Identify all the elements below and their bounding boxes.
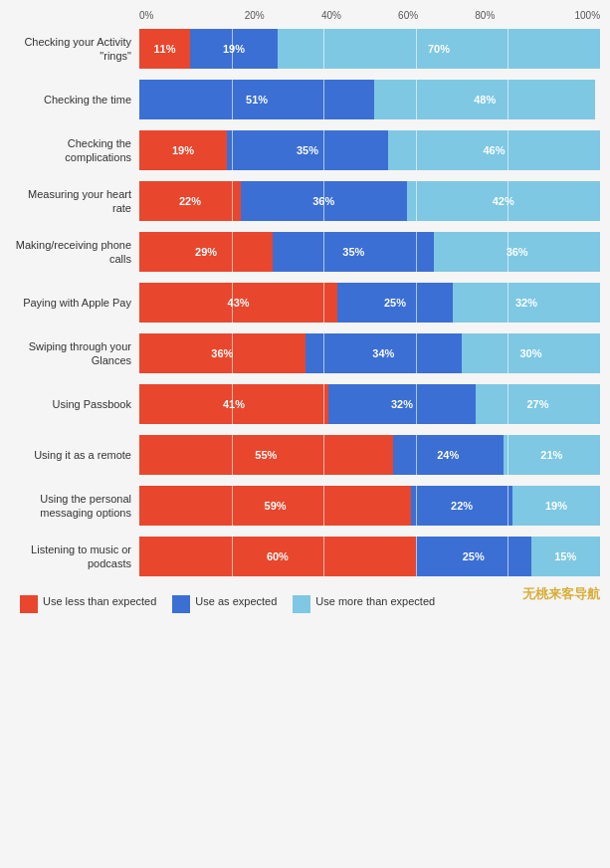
legend-label-red: Use less than expected — [43, 594, 156, 608]
bar-segment-blue: 32% — [328, 384, 476, 424]
bar-segment-blue: 36% — [241, 181, 407, 221]
legend-swatch-light — [293, 595, 310, 613]
bar-row: Using Passbook41%32%27% — [10, 380, 600, 428]
bar-wrapper: 19%35%46% — [139, 130, 600, 170]
row-label: Checking your Activity "rings" — [10, 35, 139, 64]
bar-segment-light: 48% — [374, 80, 595, 119]
bar-wrapper: 60%25%15% — [139, 537, 600, 576]
bar-segment-red: 41% — [139, 384, 328, 424]
legend-label-blue: Use as expected — [195, 594, 277, 608]
bar-wrapper: 55%24%21% — [139, 435, 600, 475]
axis-label-100: 100% — [523, 10, 600, 21]
bar-segment-red: 29% — [139, 232, 273, 272]
bar-segment-light: 32% — [453, 283, 600, 323]
bar-segment-light: 15% — [531, 537, 600, 576]
bar-wrapper: 41%32%27% — [139, 384, 600, 424]
axis-label-60: 60% — [370, 10, 447, 21]
bar-row: Using the personal messaging options59%2… — [10, 482, 600, 530]
bar-segment-light: 19% — [512, 486, 600, 526]
legend-item-light: Use more than expected — [293, 594, 435, 613]
bar-segment-red: 19% — [139, 130, 227, 170]
bar-segment-blue: 51% — [139, 80, 374, 119]
bar-wrapper: 59%22%19% — [139, 486, 600, 526]
bar-segment-blue: 25% — [416, 537, 531, 576]
legend-label-light: Use more than expected — [315, 594, 435, 608]
axis-label-20: 20% — [216, 10, 293, 21]
bar-row: Listening to music or podcasts60%25%15% — [10, 533, 600, 580]
bar-wrapper: 51%48% — [139, 80, 600, 119]
legend-swatch-blue — [172, 595, 190, 613]
row-label: Making/receiving phone calls — [10, 238, 139, 267]
legend: Use less than expected Use as expected U… — [20, 594, 600, 613]
bar-segment-red: 60% — [139, 537, 416, 576]
bars-container: Checking your Activity "rings"11%19%70%C… — [10, 25, 600, 580]
legend-item-blue: Use as expected — [172, 594, 277, 613]
bar-wrapper: 22%36%42% — [139, 181, 600, 221]
axis-row: 0% 20% 40% 60% 80% 100% — [139, 10, 600, 21]
bar-segment-red: 55% — [139, 435, 393, 475]
bar-row: Making/receiving phone calls29%35%36% — [10, 228, 600, 276]
bar-row: Swiping through your Glances36%34%30% — [10, 329, 600, 377]
bar-row: Checking your Activity "rings"11%19%70% — [10, 25, 600, 73]
bar-row: Checking the complications19%35%46% — [10, 126, 600, 174]
bar-segment-light: 42% — [407, 181, 600, 221]
bar-segment-blue: 35% — [273, 232, 434, 272]
bar-segment-light: 27% — [476, 384, 600, 424]
legend-swatch-red — [20, 595, 38, 613]
bar-row: Paying with Apple Pay43%25%32% — [10, 279, 600, 326]
row-label: Swiping through your Glances — [10, 339, 139, 368]
row-label: Checking the time — [10, 93, 139, 107]
bar-segment-red: 36% — [139, 333, 305, 373]
row-label: Checking the complications — [10, 136, 139, 165]
row-label: Listening to music or podcasts — [10, 542, 139, 571]
bar-segment-light: 30% — [462, 333, 600, 373]
row-label: Using Passbook — [10, 397, 139, 411]
bar-segment-red: 11% — [139, 29, 190, 69]
bar-row: Measuring your heart rate22%36%42% — [10, 177, 600, 225]
bar-segment-light: 36% — [434, 232, 600, 272]
axis-label-80: 80% — [447, 10, 523, 21]
row-label: Using it as a remote — [10, 448, 139, 462]
bar-row: Using it as a remote55%24%21% — [10, 431, 600, 479]
row-label: Measuring your heart rate — [10, 187, 139, 216]
bar-segment-light: 70% — [278, 29, 600, 69]
axis-label-0: 0% — [139, 10, 216, 21]
bar-segment-blue: 19% — [190, 29, 278, 69]
bar-row: Checking the time51%48% — [10, 76, 600, 123]
watermark: 无桃来客导航 — [522, 585, 600, 603]
bar-segment-light: 46% — [388, 130, 600, 170]
bar-segment-red: 43% — [139, 283, 337, 323]
bar-segment-blue: 34% — [305, 333, 462, 373]
chart-container: 0% 20% 40% 60% 80% 100% Checking your Ac… — [0, 10, 610, 623]
bar-segment-red: 59% — [139, 486, 411, 526]
bar-segment-blue: 22% — [411, 486, 512, 526]
bar-segment-blue: 35% — [227, 130, 388, 170]
row-label: Paying with Apple Pay — [10, 296, 139, 310]
axis-label-40: 40% — [293, 10, 369, 21]
bar-wrapper: 29%35%36% — [139, 232, 600, 272]
bar-wrapper: 43%25%32% — [139, 283, 600, 323]
legend-item-red: Use less than expected — [20, 594, 156, 613]
bar-wrapper: 36%34%30% — [139, 333, 600, 373]
row-label: Using the personal messaging options — [10, 492, 139, 521]
bar-segment-blue: 24% — [393, 435, 504, 475]
bar-wrapper: 11%19%70% — [139, 29, 600, 69]
bar-segment-blue: 25% — [337, 283, 453, 323]
bar-segment-light: 21% — [504, 435, 600, 475]
bar-segment-red: 22% — [139, 181, 241, 221]
